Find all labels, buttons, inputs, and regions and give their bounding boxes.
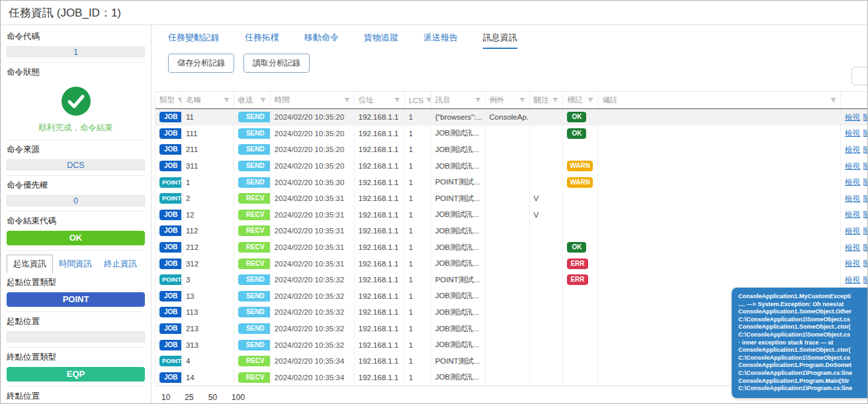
table-row[interactable]: POINT3SEND2024/02/20 10:35:32192.168.1.1… bbox=[155, 272, 867, 288]
watch-link[interactable]: 關注 bbox=[863, 128, 867, 138]
filter-funnel-icon[interactable] bbox=[830, 97, 836, 104]
filter-funnel-icon[interactable] bbox=[394, 97, 400, 104]
watch-link[interactable]: 關注 bbox=[863, 210, 867, 220]
watch-link[interactable]: 關注 bbox=[863, 161, 867, 171]
view-link[interactable]: 檢視 bbox=[845, 161, 860, 171]
sidebar-tab-terminate-info[interactable]: 終止資訊 bbox=[98, 255, 143, 273]
end-type-badge[interactable]: EQP bbox=[7, 367, 145, 382]
load-analysis-button[interactable]: 讀取分析記錄 bbox=[243, 54, 310, 73]
watch-link[interactable]: 關注 bbox=[863, 275, 867, 285]
filter-funnel-icon[interactable] bbox=[552, 97, 558, 104]
sidebar-tab-time-info[interactable]: 時間資訊 bbox=[53, 255, 98, 273]
table-row[interactable]: POINT2RECV2024/02/20 10:35:31192.168.1.1… bbox=[155, 190, 867, 207]
command-status-label: 命令狀態 bbox=[7, 67, 145, 78]
table-row[interactable]: JOB212RECV2024/02/20 10:35:31192.168.1.1… bbox=[155, 239, 867, 256]
filter-funnel-icon[interactable] bbox=[519, 97, 525, 104]
start-type-badge[interactable]: POINT bbox=[7, 292, 145, 307]
main-tab-1[interactable]: 任務變動記錄 bbox=[168, 32, 220, 49]
watch-link[interactable]: 關注 bbox=[863, 259, 867, 268]
main-tab-3[interactable]: 移動命令 bbox=[304, 32, 339, 49]
main-tab-5[interactable]: 派送報告 bbox=[423, 32, 458, 49]
cell-watch bbox=[530, 337, 564, 353]
cell-name: 311 bbox=[182, 158, 234, 175]
column-header-11: 備註 bbox=[598, 92, 841, 108]
cell-watch bbox=[530, 353, 564, 370]
filter-funnel-icon[interactable] bbox=[224, 97, 230, 104]
type-badge: POINT bbox=[159, 356, 182, 366]
command-end-code-badge[interactable]: OK bbox=[7, 231, 145, 245]
cell-mark: OK bbox=[563, 109, 598, 126]
page-size-option-10[interactable]: 10 bbox=[161, 393, 170, 402]
view-link[interactable]: 檢視 bbox=[845, 177, 860, 187]
cell-actions: 檢視關注 bbox=[841, 223, 867, 239]
table-row[interactable]: JOB11SEND2024/02/20 10:35:20192.168.1.11… bbox=[155, 109, 867, 126]
type-badge: JOB bbox=[159, 225, 182, 236]
field-end-type: 終點位置類型 EQP bbox=[7, 352, 145, 387]
save-analysis-button[interactable]: 儲存分析記錄 bbox=[168, 54, 234, 73]
watch-link[interactable]: 關注 bbox=[863, 112, 867, 122]
cell-actions: 檢視關注 bbox=[841, 272, 867, 288]
cell-watch bbox=[530, 174, 564, 190]
field-command-code: 命令代碼 1 bbox=[7, 31, 145, 63]
view-link[interactable]: 檢視 bbox=[845, 210, 860, 220]
cell-time: 2024/02/20 10:35:20 bbox=[271, 141, 355, 158]
table-row[interactable]: JOB12RECV2024/02/20 10:35:31192.168.1.11… bbox=[155, 207, 867, 223]
direction-badge: SEND bbox=[238, 161, 271, 171]
table-row[interactable]: JOB312RECV2024/02/20 10:35:31192.168.1.1… bbox=[155, 255, 867, 272]
view-link[interactable]: 檢視 bbox=[845, 128, 860, 138]
filter-funnel-icon[interactable] bbox=[177, 97, 182, 104]
column-header-9: 關注 bbox=[530, 92, 564, 108]
view-link[interactable]: 檢視 bbox=[845, 226, 860, 236]
table-row[interactable]: JOB211SEND2024/02/20 10:35:20192.168.1.1… bbox=[155, 141, 867, 158]
view-link[interactable]: 檢視 bbox=[845, 259, 860, 268]
view-link[interactable]: 檢視 bbox=[845, 275, 860, 285]
cell-direction: RECV bbox=[234, 239, 271, 256]
column-label: LCS bbox=[409, 97, 423, 104]
stacktrace-line: ConsoleApplication1.SomeObject.Other bbox=[738, 308, 868, 316]
cell-message: JOB測試訊... bbox=[431, 255, 486, 272]
page-size-option-50[interactable]: 50 bbox=[208, 393, 217, 402]
cell-actions: 檢視關注 bbox=[841, 109, 867, 126]
column-label: 位址 bbox=[359, 95, 374, 105]
filter-funnel-icon[interactable] bbox=[426, 97, 431, 104]
cell-name: 112 bbox=[182, 223, 234, 239]
cell-address: 192.168.1.1 bbox=[355, 190, 405, 207]
table-row[interactable]: POINT1SEND2024/02/20 10:35:30192.168.1.1… bbox=[155, 174, 867, 190]
column-label: 訊息 bbox=[435, 95, 451, 105]
table-row[interactable]: JOB311SEND2024/02/20 10:35:20192.168.1.1… bbox=[155, 158, 867, 175]
main-tab-6[interactable]: 訊息資訊 bbox=[483, 32, 517, 49]
view-link[interactable]: 檢視 bbox=[845, 243, 860, 253]
table-header-row: 類型名稱收送時間位址LCS訊息例外關注標記備註 bbox=[155, 92, 867, 109]
view-link[interactable]: 檢視 bbox=[845, 145, 860, 155]
watch-link[interactable]: 關注 bbox=[863, 243, 867, 253]
filter-funnel-icon[interactable] bbox=[587, 97, 593, 104]
watch-link[interactable]: 關注 bbox=[863, 226, 867, 236]
watch-link[interactable]: 關注 bbox=[863, 145, 867, 155]
start-type-label: 起點位置類型 bbox=[7, 277, 145, 288]
main-tab-4[interactable]: 貨物追蹤 bbox=[364, 32, 398, 49]
cell-time: 2024/02/20 10:35:32 bbox=[271, 272, 355, 288]
command-code-value: 1 bbox=[7, 46, 145, 58]
cell-watch bbox=[530, 109, 564, 126]
cell-name: 312 bbox=[182, 255, 234, 272]
view-link[interactable]: 檢視 bbox=[845, 112, 860, 122]
sidebar-tab-route-info[interactable]: 起迄資訊 bbox=[7, 255, 53, 273]
cell-mark bbox=[563, 190, 598, 207]
cell-address: 192.168.1.1 bbox=[355, 304, 405, 321]
filter-funnel-icon[interactable] bbox=[260, 97, 266, 104]
filter-funnel-icon[interactable] bbox=[475, 97, 481, 104]
cell-name: 11 bbox=[182, 109, 234, 126]
cell-mark bbox=[563, 353, 598, 370]
table-row[interactable]: JOB112RECV2024/02/20 10:35:31192.168.1.1… bbox=[155, 223, 867, 239]
page-size-option-100[interactable]: 100 bbox=[232, 393, 245, 402]
filter-funnel-icon[interactable] bbox=[344, 97, 350, 104]
mark-badge: WARN bbox=[567, 177, 593, 188]
job-info-window: 任務資訊 (JOB_ID：1) 命令代碼 1 命令狀態 順利完成，命令結束 bbox=[0, 0, 868, 404]
clipped-toolbar-button[interactable] bbox=[851, 67, 868, 85]
page-size-option-25[interactable]: 25 bbox=[185, 393, 193, 402]
view-link[interactable]: 檢視 bbox=[845, 194, 860, 204]
watch-link[interactable]: 關注 bbox=[863, 177, 867, 187]
main-tab-2[interactable]: 任務拓樸 bbox=[245, 32, 279, 49]
watch-link[interactable]: 關注 bbox=[863, 194, 867, 204]
table-row[interactable]: JOB111SEND2024/02/20 10:35:20192.168.1.1… bbox=[155, 126, 867, 142]
